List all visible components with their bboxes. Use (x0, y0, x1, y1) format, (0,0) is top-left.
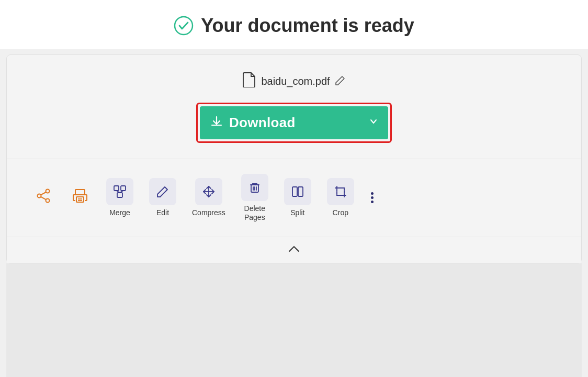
delete-pages-label: Delete Pages (244, 204, 265, 222)
merge-label: Merge (109, 208, 130, 217)
more-button[interactable] (367, 188, 378, 207)
filename-text: baidu_com.pdf (261, 75, 330, 87)
page-title: Your document is ready (201, 15, 414, 37)
split-button[interactable]: Split (279, 176, 316, 219)
svg-rect-11 (121, 186, 126, 191)
svg-rect-12 (117, 193, 122, 197)
main-card: baidu_com.pdf Download (6, 54, 582, 263)
svg-point-0 (175, 17, 193, 35)
page-header: Your document is ready (0, 0, 588, 49)
edit-label: Edit (156, 208, 169, 217)
compress-icon-box (195, 178, 222, 205)
check-circle-icon (174, 16, 194, 36)
collapse-row (7, 237, 581, 263)
merge-button[interactable]: Merge (101, 176, 139, 219)
svg-rect-29 (292, 187, 297, 196)
edit-button[interactable]: Edit (144, 176, 182, 219)
share-icon (35, 187, 52, 208)
file-icon (242, 72, 256, 91)
split-label: Split (290, 208, 304, 217)
delete-pages-button[interactable]: Delete Pages (236, 172, 274, 224)
svg-point-1 (46, 190, 50, 193)
print-button[interactable] (64, 183, 96, 212)
download-button[interactable]: Download (200, 106, 388, 139)
bottom-area (6, 263, 582, 377)
delete-pages-icon-box (241, 174, 268, 201)
svg-point-2 (46, 199, 50, 203)
tools-row: Merge Edit (7, 159, 581, 237)
svg-line-5 (41, 197, 46, 199)
split-icon-box (284, 178, 311, 205)
download-icon (210, 115, 223, 131)
svg-line-4 (41, 192, 46, 195)
compress-button[interactable]: Compress (187, 176, 231, 219)
download-chevron-icon (369, 117, 378, 128)
compress-label: Compress (192, 208, 225, 217)
svg-rect-6 (75, 190, 85, 195)
filename-row: baidu_com.pdf (242, 72, 345, 91)
svg-rect-7 (76, 197, 84, 202)
edit-pen-icon[interactable] (335, 75, 346, 88)
download-button-highlight: Download (196, 103, 392, 143)
crop-icon-box (327, 178, 354, 205)
crop-button[interactable]: Crop (322, 176, 359, 219)
download-button-left: Download (210, 115, 296, 131)
collapse-icon[interactable] (288, 243, 300, 256)
merge-icon-box (106, 178, 133, 205)
download-label: Download (229, 115, 296, 131)
svg-rect-10 (114, 186, 119, 191)
svg-rect-30 (298, 187, 303, 196)
print-icon (72, 187, 88, 208)
crop-label: Crop (333, 208, 348, 217)
edit-icon-box (149, 178, 176, 205)
more-dots-icon (371, 192, 374, 203)
svg-rect-31 (337, 188, 344, 195)
share-button[interactable] (28, 183, 59, 212)
svg-point-3 (38, 194, 41, 198)
